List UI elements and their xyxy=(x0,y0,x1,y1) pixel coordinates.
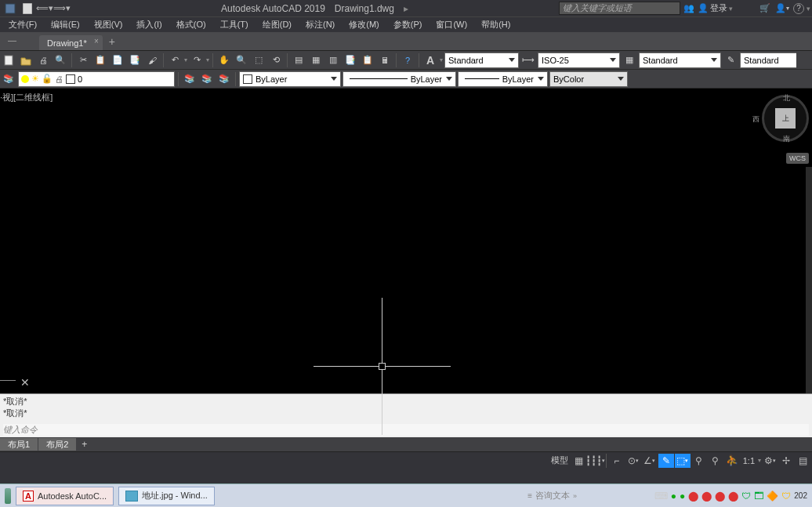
dim-style-button[interactable]: ⟼ xyxy=(520,53,536,68)
taskbar-autocad[interactable]: A Autodesk AutoC... xyxy=(16,487,114,505)
tray-ime[interactable]: ≡ 咨询文本 » xyxy=(527,490,577,502)
close-tab-icon[interactable]: × xyxy=(94,37,99,45)
taskbar-image[interactable]: 地址.jpg - Wind... xyxy=(118,487,215,505)
wcs-badge[interactable]: WCS xyxy=(786,153,809,164)
help-button[interactable]: ? xyxy=(400,53,415,68)
open-button[interactable] xyxy=(18,53,34,68)
tray-shield[interactable]: 🛡 xyxy=(741,491,751,502)
print-button[interactable]: 🖨 xyxy=(35,53,51,68)
status-person[interactable]: ⛹ xyxy=(724,454,740,468)
tray-qq3[interactable]: ⬤ xyxy=(715,491,725,502)
tray-qq1[interactable]: ⬤ xyxy=(688,491,698,502)
minimize-tabs-icon[interactable]: — xyxy=(8,35,16,45)
menu-window[interactable]: 窗口(W) xyxy=(429,17,474,32)
cut-button[interactable]: ✂ xyxy=(75,53,91,68)
tray-net[interactable]: 🗔 xyxy=(754,491,763,502)
layout-tab-2[interactable]: 布局2 xyxy=(38,438,76,451)
text-style-button[interactable]: A xyxy=(422,53,438,68)
status-polar[interactable]: ⊙▾ xyxy=(625,454,641,468)
infocenter-icon[interactable]: 👥 xyxy=(683,2,695,15)
undo-button[interactable]: ↶ xyxy=(167,53,183,68)
status-snap[interactable]: ┇┇┇▾ xyxy=(588,454,604,468)
status-dyn[interactable]: ⚲ xyxy=(691,454,707,468)
mleader-style-button[interactable]: ✎ xyxy=(723,53,738,68)
pan-button[interactable]: ✋ xyxy=(216,53,232,68)
status-otrack[interactable]: ⬚▾ xyxy=(675,454,691,468)
plotstyle-dd[interactable]: ByColor xyxy=(549,71,628,87)
color-dd[interactable]: ByLayer xyxy=(239,71,341,87)
tray-safe[interactable]: 🛡 xyxy=(781,491,791,502)
add-layout-button[interactable]: + xyxy=(77,439,92,450)
start-button[interactable] xyxy=(5,488,11,504)
new-button[interactable] xyxy=(1,53,16,68)
status-scale[interactable]: 1:1 xyxy=(741,456,757,465)
cart-icon[interactable]: 🛒 xyxy=(759,2,771,15)
zoom-prev-button[interactable]: ⟲ xyxy=(268,53,284,68)
tray-vol[interactable]: 🔶 xyxy=(767,491,778,502)
menu-tools[interactable]: 工具(T) xyxy=(213,17,256,32)
help-icon[interactable]: ? xyxy=(793,3,804,14)
paste-button[interactable]: 📄 xyxy=(110,53,125,68)
user-icon[interactable]: 👤 xyxy=(698,3,709,13)
status-osnap[interactable]: ∠▾ xyxy=(642,454,658,468)
viewcube[interactable]: 上 北 南 西 xyxy=(762,95,809,142)
layer-uniso-button[interactable]: 📚 xyxy=(199,71,215,87)
table-style-button[interactable]: ▦ xyxy=(622,53,637,68)
ucs-close-icon[interactable]: ✕ xyxy=(20,376,30,389)
zoom-rt-button[interactable]: 🔍 xyxy=(234,53,249,68)
mleader-style-dd[interactable]: Standard xyxy=(740,53,796,68)
tray-wechat1[interactable]: ● xyxy=(671,491,676,502)
tray-qq2[interactable]: ⬤ xyxy=(701,491,712,502)
menu-edit[interactable]: 编辑(E) xyxy=(44,17,87,32)
markup-button[interactable]: 📋 xyxy=(360,53,375,68)
dim-style-dd[interactable]: ISO-25 xyxy=(538,53,620,68)
scrollbar-vertical[interactable] xyxy=(806,167,812,393)
calc-button[interactable]: 🖩 xyxy=(377,53,393,68)
design-center-button[interactable]: ▦ xyxy=(308,53,324,68)
table-style-dd[interactable]: Standard xyxy=(639,53,721,68)
status-max[interactable]: ✢ xyxy=(778,454,794,468)
tray-wechat2[interactable]: ● xyxy=(680,491,685,502)
layer-iso-button[interactable]: 📚 xyxy=(182,71,198,87)
layer-dd[interactable]: ☀ 🔓 🖨 0 xyxy=(18,71,175,87)
tool-palette-button[interactable]: ▥ xyxy=(325,53,341,68)
redo-icon[interactable]: ⟹▾ xyxy=(56,2,68,15)
linetype-dd[interactable]: ByLayer xyxy=(343,71,456,87)
save-icon[interactable] xyxy=(4,2,16,15)
new-icon[interactable] xyxy=(21,2,34,15)
status-custom[interactable]: ▤ xyxy=(795,454,810,468)
menu-view[interactable]: 视图(V) xyxy=(87,17,130,32)
lineweight-dd[interactable]: ByLayer xyxy=(458,71,548,87)
copy-button[interactable]: 📋 xyxy=(92,53,108,68)
menu-insert[interactable]: 插入(I) xyxy=(129,17,169,32)
status-gear[interactable]: ⚙▾ xyxy=(762,454,778,468)
add-tab-button[interactable]: + xyxy=(103,33,121,50)
plot-preview-button[interactable]: 🔍 xyxy=(53,53,68,68)
drawing-area[interactable]: ·视][二维线框] 上 北 南 西 WCS ✕ xyxy=(0,89,812,393)
sheet-set-button[interactable]: 📑 xyxy=(343,53,358,68)
menu-dim[interactable]: 标注(N) xyxy=(299,17,342,32)
login-button[interactable]: 登录 xyxy=(710,2,727,14)
layer-match-button[interactable]: 📚 xyxy=(216,71,232,87)
layout-tab-1[interactable]: 布局1 xyxy=(0,438,38,451)
menu-draw[interactable]: 绘图(D) xyxy=(256,17,299,32)
status-ortho[interactable]: ⌐ xyxy=(609,454,625,468)
tray-clock[interactable]: 202 xyxy=(794,491,807,500)
tray-keyboard[interactable]: ⌨ xyxy=(654,491,668,502)
tray-qq4[interactable]: ⬤ xyxy=(728,491,738,502)
menu-help[interactable]: 帮助(H) xyxy=(474,17,517,32)
text-style-dd[interactable]: Standard xyxy=(444,53,519,68)
undo-icon[interactable]: ⟸▾ xyxy=(38,2,51,15)
zoom-window-button[interactable]: ⬚ xyxy=(251,53,266,68)
status-grid[interactable]: ▦ xyxy=(571,454,587,468)
search-input[interactable]: 键入关键字或短语 xyxy=(559,2,680,15)
redo-button[interactable]: ↷ xyxy=(189,53,205,68)
menu-file[interactable]: 文件(F) xyxy=(2,17,44,32)
menu-param[interactable]: 参数(P) xyxy=(386,17,430,32)
props-button[interactable]: ▤ xyxy=(291,53,306,68)
menu-format[interactable]: 格式(O) xyxy=(169,17,213,32)
layer-props-button[interactable]: 📚 xyxy=(1,71,16,87)
menu-modify[interactable]: 修改(M) xyxy=(342,17,386,32)
status-lw[interactable]: ⚲ xyxy=(708,454,723,468)
paste-special-button[interactable]: 📑 xyxy=(127,53,143,68)
